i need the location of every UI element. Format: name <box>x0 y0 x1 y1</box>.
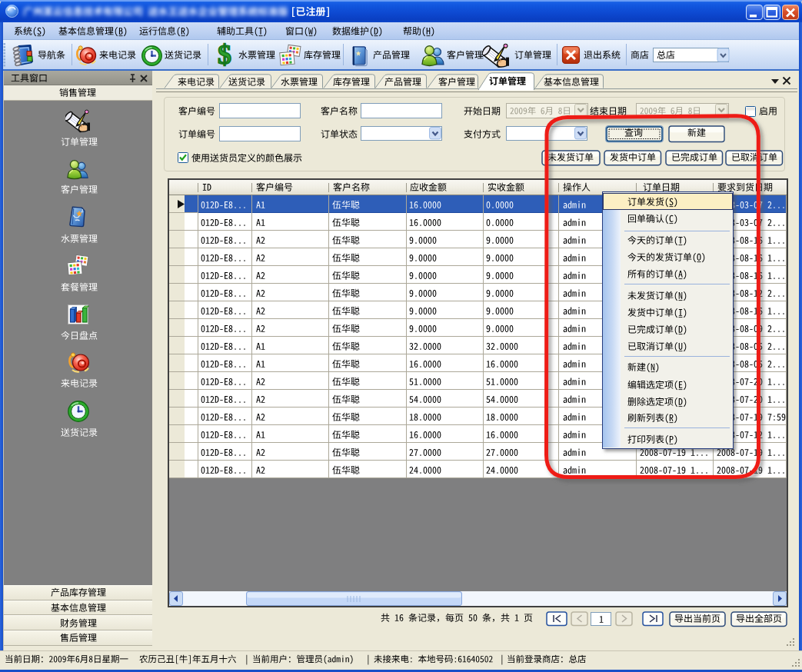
svg-text:$: $ <box>218 39 231 70</box>
